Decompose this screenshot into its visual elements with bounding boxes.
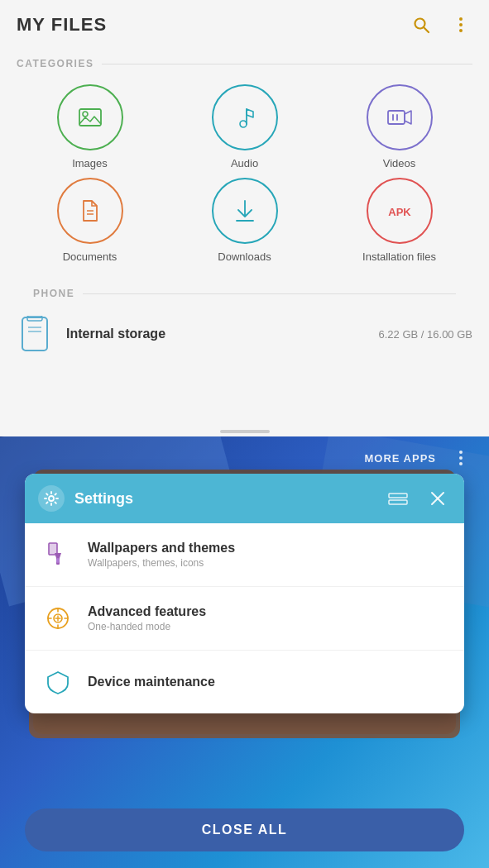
more-apps-label: MORE APPS	[364, 452, 436, 465]
device-icon	[41, 665, 74, 699]
svg-rect-5	[79, 109, 101, 126]
wallpapers-title: Wallpapers and themes	[88, 541, 448, 556]
phone-storage-icon	[17, 316, 53, 352]
svg-point-4	[459, 29, 463, 32]
category-installation[interactable]: APK Installation files	[326, 178, 472, 263]
advanced-subtitle: One-handed mode	[88, 621, 448, 632]
svg-rect-28	[49, 543, 57, 555]
wallpapers-text: Wallpapers and themes Wallpapers, themes…	[88, 541, 448, 569]
bottom-section: MORE APPS	[0, 436, 489, 868]
svg-point-0	[415, 19, 425, 29]
advanced-title: Advanced features	[88, 604, 448, 619]
category-documents[interactable]: Documents	[17, 178, 163, 263]
settings-title: Settings	[74, 490, 133, 508]
svg-rect-16	[22, 317, 47, 351]
advanced-icon	[41, 602, 74, 635]
more-apps-options-icon[interactable]	[449, 446, 472, 470]
app-title: MY FILES	[17, 14, 107, 36]
svg-point-20	[459, 451, 463, 454]
settings-card-header: Settings	[25, 474, 464, 523]
settings-header-left: Settings	[38, 485, 133, 512]
storage-capacity: 6.22 GB / 16.00 GB	[379, 328, 472, 341]
my-files-section: MY FILES CATEGORIES	[0, 0, 489, 436]
svg-point-2	[459, 17, 463, 21]
device-menu-item[interactable]: Device maintenance	[25, 651, 464, 713]
category-images[interactable]: Images	[17, 84, 163, 169]
close-all-label: CLOSE ALL	[202, 823, 288, 837]
svg-rect-8	[388, 111, 405, 124]
divider-handle	[220, 430, 270, 433]
wallpapers-subtitle: Wallpapers, themes, icons	[88, 557, 448, 569]
svg-point-6	[83, 112, 88, 117]
settings-header-right	[385, 485, 451, 512]
images-icon-circle	[57, 84, 123, 150]
settings-close-icon[interactable]	[424, 485, 451, 512]
storage-name: Internal storage	[66, 327, 366, 341]
phone-section: PHONE Internal storage 6.22 GB / 16.00 G…	[0, 271, 489, 362]
device-text: Device maintenance	[88, 675, 448, 689]
videos-icon-circle	[367, 84, 433, 150]
downloads-icon-circle	[212, 178, 278, 244]
category-audio[interactable]: Audio	[171, 84, 318, 169]
images-label: Images	[72, 157, 108, 169]
svg-point-23	[49, 496, 54, 501]
audio-icon-circle	[212, 84, 278, 150]
settings-gear-icon	[38, 485, 65, 512]
phone-label: PHONE	[17, 279, 472, 306]
videos-label: Videos	[383, 157, 416, 169]
advanced-menu-item[interactable]: Advanced features One-handed mode	[25, 587, 464, 651]
svg-point-7	[240, 121, 247, 127]
documents-label: Documents	[63, 250, 117, 263]
internal-storage-item[interactable]: Internal storage 6.22 GB / 16.00 GB	[17, 306, 472, 362]
svg-rect-24	[389, 494, 407, 498]
device-title: Device maintenance	[88, 675, 448, 689]
documents-icon-circle	[57, 178, 123, 244]
svg-point-21	[459, 456, 463, 460]
wallpapers-menu-item[interactable]: Wallpapers and themes Wallpapers, themes…	[25, 523, 464, 587]
downloads-label: Downloads	[218, 250, 271, 263]
svg-line-1	[424, 28, 429, 33]
top-bar: MY FILES	[0, 0, 489, 50]
category-videos[interactable]: Videos	[326, 84, 472, 169]
close-all-button[interactable]: CLOSE ALL	[25, 808, 464, 851]
installation-icon-circle: APK	[367, 178, 433, 244]
wallpapers-icon	[41, 538, 74, 571]
svg-point-3	[459, 23, 463, 26]
top-icons	[410, 13, 472, 36]
audio-label: Audio	[231, 157, 258, 169]
storage-info: Internal storage	[66, 327, 366, 341]
search-icon[interactable]	[410, 13, 433, 36]
installation-label: Installation files	[362, 250, 436, 263]
settings-minimize-icon[interactable]	[385, 485, 411, 512]
category-downloads[interactable]: Downloads	[171, 178, 318, 263]
advanced-text: Advanced features One-handed mode	[88, 604, 448, 632]
svg-point-22	[459, 462, 463, 465]
categories-grid: Images Audio Vi	[0, 76, 489, 271]
svg-text:APK: APK	[388, 206, 411, 218]
settings-card: Settings	[25, 474, 464, 713]
svg-rect-25	[389, 500, 407, 504]
categories-label: CATEGORIES	[0, 50, 489, 76]
svg-rect-31	[56, 558, 60, 563]
more-options-icon[interactable]	[449, 13, 472, 36]
